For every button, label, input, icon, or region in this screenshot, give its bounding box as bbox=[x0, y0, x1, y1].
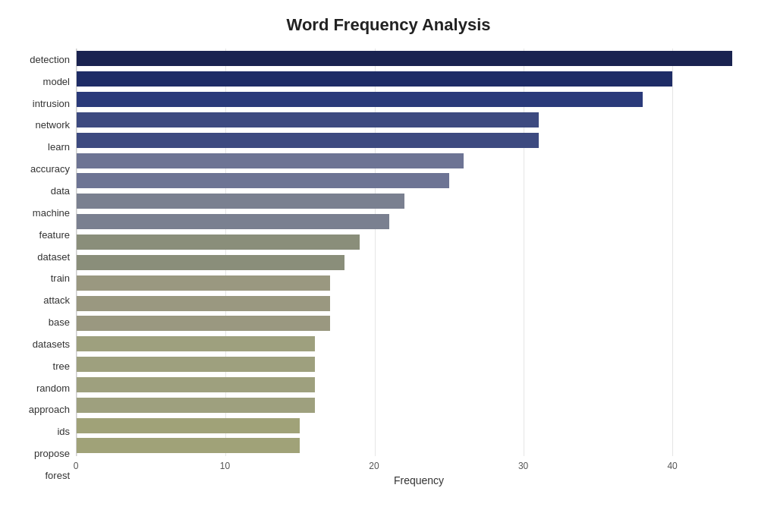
bar bbox=[77, 336, 315, 351]
y-label: model bbox=[43, 77, 70, 87]
x-tick: 20 bbox=[369, 461, 379, 471]
chart-container: Word Frequency Analysis detectionmodelin… bbox=[0, 0, 777, 532]
x-tick: 30 bbox=[518, 461, 528, 471]
bar bbox=[77, 51, 732, 66]
y-label: propose bbox=[34, 449, 70, 458]
bar bbox=[77, 316, 330, 331]
bar bbox=[77, 112, 539, 127]
bar-row bbox=[77, 436, 762, 456]
x-axis: 010203040 bbox=[76, 456, 762, 471]
y-label: ids bbox=[57, 427, 70, 436]
bar bbox=[77, 398, 315, 413]
bar-row bbox=[77, 293, 762, 313]
bar bbox=[77, 377, 315, 392]
bar-row bbox=[77, 232, 762, 253]
y-label: intrusion bbox=[33, 99, 70, 109]
bar-row bbox=[77, 415, 762, 436]
bar-row bbox=[77, 150, 762, 171]
bar-row bbox=[77, 212, 762, 232]
bar-row bbox=[77, 110, 762, 131]
y-label: network bbox=[35, 120, 70, 130]
bar bbox=[77, 153, 464, 168]
bar bbox=[77, 71, 672, 87]
bar bbox=[77, 255, 344, 270]
y-label: random bbox=[36, 383, 70, 393]
chart-area: detectionmodelintrusionnetworklearnaccur… bbox=[15, 49, 762, 486]
bar-row bbox=[77, 272, 762, 293]
y-label: approach bbox=[29, 405, 70, 414]
bar-row bbox=[77, 191, 762, 212]
y-axis-labels: detectionmodelintrusionnetworklearnaccur… bbox=[15, 49, 76, 486]
bar-row bbox=[77, 395, 762, 415]
bar bbox=[77, 357, 315, 372]
x-tick: 10 bbox=[220, 461, 230, 471]
bar bbox=[77, 194, 404, 209]
x-tick: 40 bbox=[667, 461, 677, 471]
bar-row bbox=[77, 171, 762, 191]
bar-row bbox=[77, 49, 762, 69]
bar bbox=[77, 92, 643, 107]
bar-row bbox=[77, 375, 762, 395]
bar-row bbox=[77, 69, 762, 90]
y-label: train bbox=[51, 273, 70, 283]
bar bbox=[77, 214, 389, 229]
bar bbox=[77, 418, 300, 433]
bar bbox=[77, 275, 330, 291]
y-label: accuracy bbox=[30, 164, 70, 174]
y-label: attack bbox=[43, 295, 70, 305]
bar bbox=[77, 235, 360, 250]
x-axis-label: Frequency bbox=[76, 474, 762, 486]
y-label: learn bbox=[48, 142, 70, 152]
y-label: detection bbox=[30, 55, 70, 65]
bar bbox=[77, 438, 300, 453]
y-label: machine bbox=[33, 208, 70, 218]
bar-row bbox=[77, 334, 762, 354]
x-tick: 0 bbox=[74, 461, 79, 471]
bar-row bbox=[77, 354, 762, 375]
bars-and-xaxis: 010203040 Frequency bbox=[76, 49, 762, 486]
bar-row bbox=[77, 130, 762, 150]
y-label: datasets bbox=[33, 339, 70, 349]
y-label: forest bbox=[45, 471, 70, 480]
bar-row bbox=[77, 252, 762, 272]
y-label: feature bbox=[39, 230, 70, 240]
y-label: dataset bbox=[37, 252, 70, 262]
chart-title: Word Frequency Analysis bbox=[287, 15, 491, 35]
bar bbox=[77, 173, 449, 188]
bar bbox=[77, 133, 539, 148]
bar-row bbox=[77, 313, 762, 334]
y-label: tree bbox=[53, 361, 70, 371]
bar-row bbox=[77, 90, 762, 110]
y-label: data bbox=[51, 186, 70, 196]
y-label: base bbox=[49, 317, 70, 327]
bars-area bbox=[76, 49, 762, 456]
bar bbox=[77, 296, 330, 311]
